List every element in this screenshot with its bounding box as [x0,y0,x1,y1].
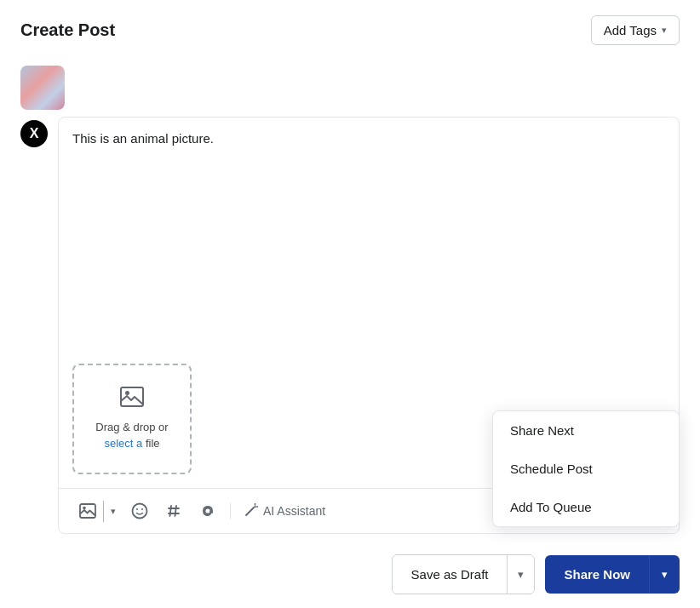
hashtag-button[interactable] [158,497,189,525]
emoji-button[interactable] [124,497,155,525]
save-draft-chevron-icon: ▾ [518,568,524,581]
select-file-link[interactable]: select a [104,437,142,450]
wand-icon [244,503,258,519]
share-now-button[interactable]: Share Now [545,555,649,594]
header: Create Post Add Tags ▾ [0,0,700,57]
media-upload-button[interactable] [72,498,103,524]
ai-assistant-button[interactable]: AI Assistant [238,498,332,525]
share-now-group: Share Now ▾ [545,555,680,594]
x-letter: X [30,126,39,141]
mentions-button[interactable] [192,497,223,525]
create-post-page: Create Post Add Tags ▾ X This is an anim… [0,0,700,608]
media-button-group: ▾ [72,498,121,524]
share-now-dropdown-button[interactable]: ▾ [649,555,680,594]
dropdown-item-share-next[interactable]: Share Next [493,411,679,450]
page-title: Create Post [20,20,115,40]
svg-point-3 [83,507,86,510]
save-draft-button[interactable]: Save as Draft [393,555,508,594]
toolbar-separator [230,502,231,519]
dropdown-item-schedule-post[interactable]: Schedule Post [493,450,679,488]
post-text-input[interactable]: This is an animal picture. [59,118,679,357]
image-placeholder-icon [120,387,144,413]
save-draft-dropdown-button[interactable]: ▾ [507,555,534,594]
avatar [20,66,65,110]
svg-rect-0 [121,387,143,406]
svg-point-6 [141,508,143,510]
ai-assistant-label: AI Assistant [263,504,325,518]
svg-point-4 [133,504,147,519]
share-dropdown-menu: Share Next Schedule Post Add To Queue [492,410,680,527]
svg-point-1 [125,391,129,395]
share-now-chevron-icon: ▾ [662,568,668,581]
save-draft-group: Save as Draft ▾ [392,554,536,594]
media-dropdown-chevron-icon[interactable]: ▾ [103,501,121,522]
svg-line-9 [170,506,172,516]
add-tags-button[interactable]: Add Tags ▾ [591,15,680,45]
svg-point-5 [136,508,138,510]
add-tags-chevron-icon: ▾ [662,25,667,36]
drop-zone-text: Drag & drop or select a file [95,420,168,450]
add-tags-label: Add Tags [604,23,657,37]
dropdown-item-add-to-queue[interactable]: Add To Queue [493,488,679,526]
svg-line-10 [175,506,177,516]
twitter-x-icon: X [20,120,48,147]
bottom-bar: Save as Draft ▾ Share Now ▾ [0,541,700,608]
file-drop-zone[interactable]: Drag & drop or select a file [72,364,192,474]
svg-line-12 [246,508,254,515]
avatar-row [0,57,700,117]
